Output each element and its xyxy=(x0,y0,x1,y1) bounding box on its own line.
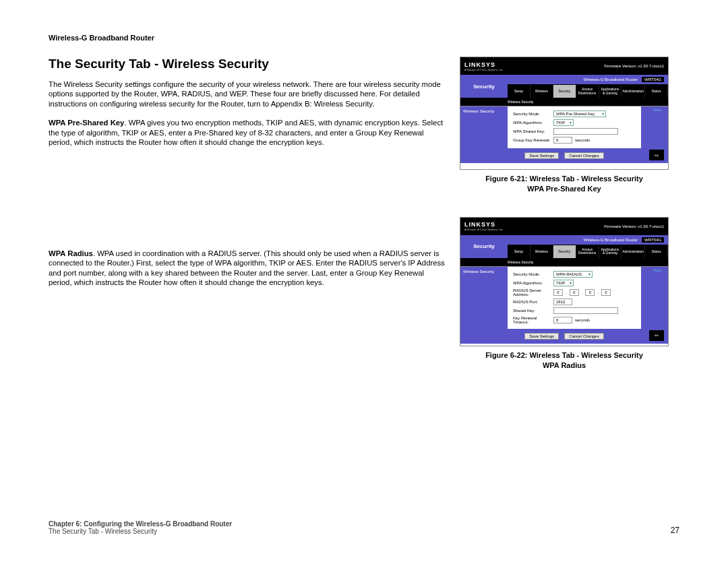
firmware-text: Firmware Version: v1.30.7-cisco1 xyxy=(604,224,664,228)
tab-security[interactable]: Security xyxy=(553,85,576,98)
shared-key-input[interactable] xyxy=(553,307,618,314)
mode-label: Security Mode: xyxy=(513,272,551,276)
mode-select[interactable]: WPA-RADIUS xyxy=(553,271,593,278)
shot-body-2: Wireless Security Security Mode: WPA-RAD… xyxy=(460,266,668,329)
text-column: The Security Tab - Wireless Security The… xyxy=(49,57,446,393)
figure-6-22: LINKSYS A Division of Cisco Systems, Inc… xyxy=(460,217,669,371)
firmware-text: Firmware Version: v1.30.7-cisco1 xyxy=(604,64,664,68)
router-screenshot-wpa-radius: LINKSYS A Division of Cisco Systems, Inc… xyxy=(460,217,669,346)
tab-status[interactable]: Status xyxy=(645,85,668,98)
side-label-2: Wireless Security xyxy=(460,267,508,329)
algo-label: WPA Algorithms: xyxy=(513,121,551,125)
wpa-radius-body: . WPA used in coordination with a RADIUS… xyxy=(49,249,445,286)
main-tabs-2: Setup Wireless Security Access Restricti… xyxy=(508,245,668,258)
save-button[interactable]: Save Settings xyxy=(524,152,559,159)
cancel-button[interactable]: Cancel Changes xyxy=(564,152,603,159)
renew-input[interactable]: 0 xyxy=(553,137,572,144)
timeout-label: Key Renewal Timeout: xyxy=(513,316,551,324)
wpa-psk-paragraph: WPA Pre-Shared Key. WPA gives you two en… xyxy=(49,118,446,147)
algo-select[interactable]: TKIP xyxy=(553,119,574,126)
shot-header-bar: LINKSYS A Division of Cisco Systems, Inc… xyxy=(460,57,668,75)
tab-apps[interactable]: Applications & Gaming xyxy=(599,245,622,258)
key-label: WPA Shared Key: xyxy=(513,129,551,133)
save-button[interactable]: Save Settings xyxy=(524,333,559,340)
brand-sub: A Division of Cisco Systems, Inc. xyxy=(464,228,504,231)
doc-header: Wireless-G Broadband Router xyxy=(49,34,679,42)
tab-apps[interactable]: Applications & Gaming xyxy=(599,85,622,98)
brand-sub: A Division of Cisco Systems, Inc. xyxy=(464,68,504,71)
page-footer: Chapter 6: Configuring the Wireless-G Br… xyxy=(49,520,679,535)
form-area: Security Mode: WPA Pre-Shared Key WPA Al… xyxy=(508,106,641,148)
figure-6-21: LINKSYS A Division of Cisco Systems, Inc… xyxy=(460,57,669,194)
content-columns: The Security Tab - Wireless Security The… xyxy=(49,57,679,393)
timeout-unit: seconds xyxy=(575,318,590,322)
tab-access[interactable]: Access Restrictions xyxy=(576,245,599,258)
subtab-wireless-security[interactable]: Wireless Security xyxy=(508,100,534,104)
banner-section: Security xyxy=(460,235,508,258)
tab-admin[interactable]: Administration xyxy=(621,245,645,258)
shared-key-label: Shared Key: xyxy=(513,309,551,313)
brand-logo: LINKSYS xyxy=(464,221,504,228)
tab-access[interactable]: Access Restrictions xyxy=(576,85,599,98)
ip-a[interactable]: 0 xyxy=(553,289,563,296)
timeout-input[interactable]: 0 xyxy=(553,317,572,323)
main-tabs: Setup Wireless Security Access Restricti… xyxy=(508,84,668,98)
body-more-col-2: More... xyxy=(641,267,668,329)
subtab-wireless-security[interactable]: Wireless Security xyxy=(508,260,534,264)
model-box: WRT54G xyxy=(642,237,664,243)
product-name: Wireless-G Broadband Router xyxy=(584,77,638,82)
more-link[interactable]: More... xyxy=(641,267,668,272)
radius-port-input[interactable]: 1812 xyxy=(553,299,572,305)
renew-label: Group Key Renewal: xyxy=(513,138,551,142)
tab-admin[interactable]: Administration xyxy=(621,85,645,98)
brand-logo: LINKSYS xyxy=(464,61,504,68)
cisco-logo: ılıılı xyxy=(649,150,664,160)
shot-body: Wireless Security Security Mode: WPA Pre… xyxy=(460,106,668,148)
tab-wireless[interactable]: Wireless xyxy=(530,245,553,258)
cancel-button[interactable]: Cancel Changes xyxy=(564,333,603,340)
tab-wireless[interactable]: Wireless xyxy=(530,85,553,98)
tab-setup[interactable]: Setup xyxy=(508,245,530,258)
cisco-logo: ılıılı xyxy=(649,330,664,341)
ip-c[interactable]: 0 xyxy=(585,289,595,296)
shot-header-bar-2: LINKSYS A Division of Cisco Systems, Inc… xyxy=(460,218,668,235)
side-label: Wireless Security xyxy=(460,106,508,148)
ip-b[interactable]: 0 xyxy=(570,289,579,296)
router-screenshot-wpa-psk: LINKSYS A Division of Cisco Systems, Inc… xyxy=(460,57,669,170)
section-title: The Security Tab - Wireless Security xyxy=(49,57,446,71)
sub-tabs: Wireless Security xyxy=(460,98,668,106)
tab-status[interactable]: Status xyxy=(645,245,668,258)
shot-banner: Security Wireless-G Broadband Router WRT… xyxy=(460,75,668,98)
tab-setup[interactable]: Setup xyxy=(508,85,530,98)
shot-footer: Save Settings Cancel Changes ılıılı xyxy=(460,148,668,163)
more-link[interactable]: More... xyxy=(641,106,668,112)
body-more-col: More... xyxy=(641,106,668,148)
shot-banner-2: Security Wireless-G Broadband Router WRT… xyxy=(460,235,668,258)
key-input[interactable] xyxy=(553,128,618,135)
tab-security[interactable]: Security xyxy=(553,245,576,258)
caption-2-line2: WPA Radius xyxy=(543,361,586,369)
banner-section: Security xyxy=(460,75,508,98)
algo-select[interactable]: TKIP xyxy=(553,280,574,286)
figure-caption-2: Figure 6-22: Wireless Tab - Wireless Sec… xyxy=(460,350,669,371)
sub-tabs-2: Wireless Security xyxy=(460,258,668,266)
wpa-radius-label: WPA Radius xyxy=(49,249,93,257)
caption-2-line1: Figure 6-22: Wireless Tab - Wireless Sec… xyxy=(485,351,643,359)
ip-d[interactable]: 0 xyxy=(601,289,611,296)
model-box: WRT54G xyxy=(642,77,664,82)
radius-port-label: RADIUS Port: xyxy=(513,300,551,304)
footer-chapter: Chapter 6: Configuring the Wireless-G Br… xyxy=(49,520,232,528)
shot-footer-2: Save Settings Cancel Changes ılıılı xyxy=(460,329,668,344)
product-name: Wireless-G Broadband Router xyxy=(584,238,638,242)
radius-ip-label: RADIUS Server Address: xyxy=(513,288,551,296)
mode-label: Security Mode: xyxy=(513,112,551,116)
page-number: 27 xyxy=(671,526,679,535)
mode-select[interactable]: WPA Pre-Shared Key xyxy=(553,111,606,117)
renew-unit: seconds xyxy=(575,138,590,142)
footer-sub: The Security Tab - Wireless Security xyxy=(49,528,232,535)
algo-label: WPA Algorithms: xyxy=(513,281,551,285)
wpa-psk-label: WPA Pre-Shared Key xyxy=(49,119,124,127)
form-area-2: Security Mode: WPA-RADIUS WPA Algorithms… xyxy=(508,267,641,329)
wpa-radius-paragraph: WPA Radius. WPA used in coordination wit… xyxy=(49,249,446,288)
figure-caption-1: Figure 6-21: Wireless Tab - Wireless Sec… xyxy=(460,174,669,194)
